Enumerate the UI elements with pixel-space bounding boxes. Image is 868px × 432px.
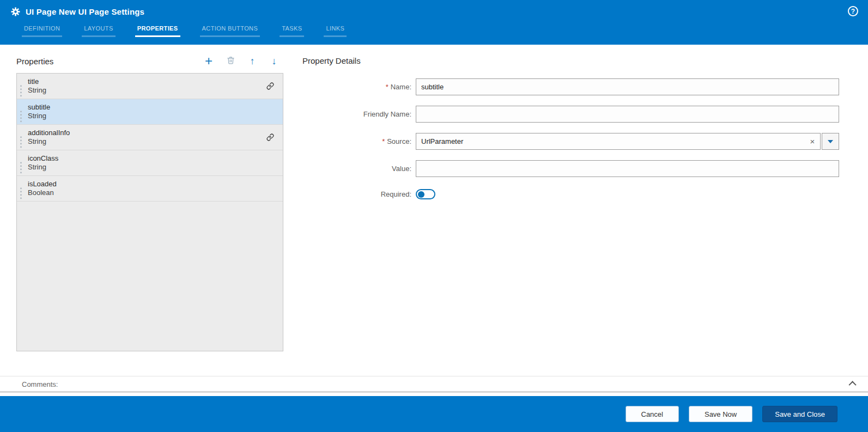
drag-handle-icon[interactable]: [20, 162, 22, 163]
name-field-row: *Name:: [302, 78, 839, 95]
properties-list: title String subtitle String: [16, 73, 283, 351]
required-toggle[interactable]: [416, 189, 435, 199]
clear-icon[interactable]: ×: [805, 133, 820, 149]
main-content: Properties + ↑ ↓: [0, 45, 868, 373]
tab-links[interactable]: LINKS: [324, 23, 347, 37]
source-dropdown-button[interactable]: [822, 133, 839, 150]
drag-handle-icon[interactable]: [20, 187, 22, 189]
required-field-row: Required:: [302, 189, 839, 199]
name-input[interactable]: [416, 78, 839, 95]
drag-handle-icon[interactable]: [20, 136, 22, 138]
properties-panel: Properties + ↑ ↓: [16, 53, 283, 373]
title-bar: UI Page New UI Page Settings ?: [0, 0, 868, 23]
tab-bar: DEFINITION LAYOUTS PROPERTIES ACTION BUT…: [22, 23, 868, 37]
help-icon[interactable]: ?: [848, 6, 858, 16]
source-label: *Source:: [302, 137, 411, 145]
comments-label: Comments:: [22, 380, 851, 388]
value-input[interactable]: [416, 160, 839, 177]
property-list-item-subtitle[interactable]: subtitle String: [17, 99, 283, 125]
save-and-close-button[interactable]: Save and Close: [762, 406, 837, 422]
comments-bar: Comments:: [0, 376, 868, 392]
property-name: title: [28, 77, 266, 86]
property-details-panel: Property Details *Name: Friendly Name: *…: [302, 53, 839, 373]
property-item-text: isLoaded Boolean: [28, 180, 275, 197]
value-field-row: Value:: [302, 160, 839, 177]
property-name: subtitle: [28, 103, 275, 112]
property-name: isLoaded: [28, 180, 275, 188]
tab-action-buttons[interactable]: ACTION BUTTONS: [200, 23, 260, 37]
tab-layouts[interactable]: LAYOUTS: [82, 23, 115, 37]
source-field-row: *Source: ×: [302, 133, 839, 150]
property-type: String: [28, 112, 275, 120]
drag-handle-icon[interactable]: [20, 85, 22, 87]
properties-panel-header: Properties + ↑ ↓: [16, 53, 283, 69]
property-list-item-title[interactable]: title String: [17, 74, 283, 99]
property-type: String: [28, 86, 266, 95]
friendly-name-input[interactable]: [416, 106, 839, 123]
properties-title: Properties: [16, 57, 53, 66]
footer-bar: Cancel Save Now Save and Close: [0, 396, 868, 432]
save-now-button[interactable]: Save Now: [689, 406, 752, 422]
property-list-item-iconclass[interactable]: iconClass String: [17, 150, 283, 176]
property-type: String: [28, 137, 266, 146]
gear-icon: [11, 7, 20, 16]
required-asterisk: *: [386, 83, 389, 91]
toggle-knob: [418, 191, 424, 198]
properties-toolbar: + ↑ ↓: [203, 55, 283, 67]
link-icon: [266, 133, 274, 141]
property-item-text: subtitle String: [28, 103, 275, 120]
chevron-down-icon: [828, 140, 833, 143]
tab-definition[interactable]: DEFINITION: [22, 23, 62, 37]
required-label: Required:: [302, 190, 411, 198]
friendly-name-field-row: Friendly Name:: [302, 106, 839, 123]
property-list-item-isloaded[interactable]: isLoaded Boolean: [17, 176, 283, 202]
trash-icon: [227, 56, 235, 66]
link-icon: [266, 82, 274, 90]
tab-properties[interactable]: PROPERTIES: [135, 23, 180, 37]
value-label: Value:: [302, 165, 411, 173]
property-item-text: title String: [28, 77, 266, 95]
property-type: Boolean: [28, 188, 275, 197]
property-name: iconClass: [28, 154, 275, 163]
page-title: UI Page New UI Page Settings: [26, 7, 144, 16]
name-label: *Name:: [302, 83, 411, 91]
move-up-button[interactable]: ↑: [246, 55, 258, 67]
delete-property-button[interactable]: [224, 55, 236, 67]
top-header-bar: UI Page New UI Page Settings ? DEFINITIO…: [0, 0, 868, 45]
property-type: String: [28, 163, 275, 172]
property-list-item-additionalinfo[interactable]: additionalInfo String: [17, 125, 283, 150]
source-input[interactable]: [416, 137, 805, 145]
source-combo-field: ×: [416, 133, 821, 150]
property-name: additionalInfo: [28, 129, 266, 137]
cancel-button[interactable]: Cancel: [626, 406, 679, 422]
property-item-text: iconClass String: [28, 154, 275, 172]
property-item-text: additionalInfo String: [28, 129, 266, 146]
move-down-button[interactable]: ↓: [268, 55, 280, 67]
required-asterisk: *: [382, 137, 385, 145]
add-property-button[interactable]: +: [203, 55, 215, 67]
source-combobox: ×: [416, 133, 839, 150]
drag-handle-icon[interactable]: [20, 111, 22, 112]
friendly-name-label: Friendly Name:: [302, 110, 411, 118]
property-details-title: Property Details: [302, 53, 839, 69]
tab-tasks[interactable]: TASKS: [280, 23, 304, 37]
